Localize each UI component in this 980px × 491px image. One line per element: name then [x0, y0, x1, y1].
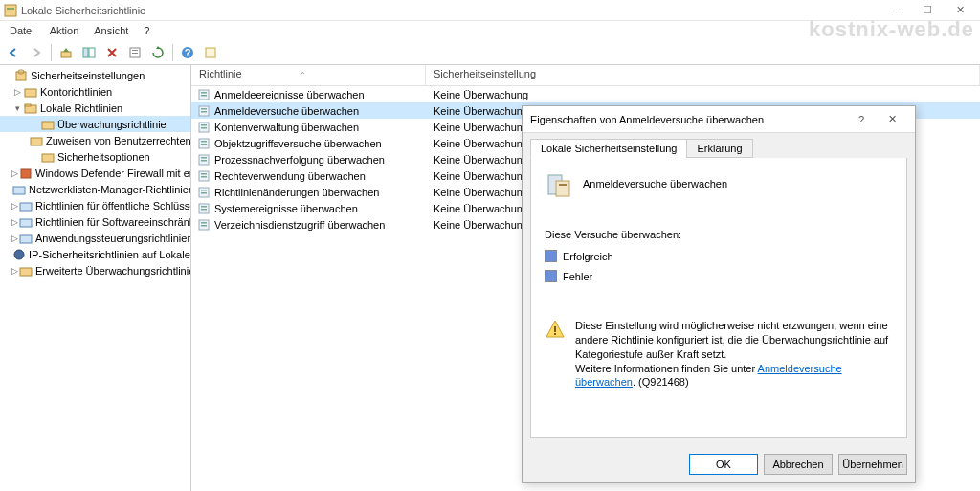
svg-rect-7: [132, 53, 138, 54]
help-button[interactable]: ?: [177, 42, 198, 63]
folder-icon: [30, 134, 43, 147]
expander-icon[interactable]: ▷: [11, 87, 23, 97]
expander-icon[interactable]: ▷: [11, 201, 18, 211]
forward-button[interactable]: [26, 42, 47, 63]
checkbox-success-row[interactable]: Erfolgreich: [545, 250, 893, 262]
tree-label: Richtlinien für Softwareeinschränkung: [35, 216, 191, 228]
export-button[interactable]: [200, 42, 221, 63]
svg-rect-19: [21, 169, 31, 178]
tree-label: Erweiterte Überwachungsrichtlinienko: [35, 265, 191, 277]
delete-button[interactable]: [101, 42, 122, 63]
tree-audit[interactable]: Überwachungsrichtlinie: [0, 116, 190, 132]
expander-icon[interactable]: ▷: [11, 168, 18, 178]
policy-icon: [197, 104, 211, 118]
folder-icon: [12, 183, 26, 196]
menu-action[interactable]: Aktion: [42, 23, 87, 38]
back-button[interactable]: [3, 42, 24, 63]
checkbox-icon[interactable]: [545, 250, 557, 262]
policy-large-icon: [545, 169, 573, 198]
maximize-button[interactable]: ☐: [911, 1, 944, 20]
tree-local[interactable]: ▾ Lokale Richtlinien: [0, 100, 190, 116]
tree-sidebar: Sicherheitseinstellungen ▷ Kontorichtlin…: [0, 65, 191, 491]
menu-help[interactable]: ?: [136, 23, 157, 38]
svg-rect-27: [201, 92, 207, 94]
menu-view[interactable]: Ansicht: [86, 23, 136, 38]
svg-rect-15: [25, 104, 31, 106]
svg-rect-48: [201, 206, 207, 208]
svg-rect-18: [42, 154, 54, 162]
refresh-button[interactable]: [147, 42, 168, 63]
policy-name: Anmeldeversuche überwachen: [214, 105, 426, 117]
policy-icon: [197, 218, 211, 232]
checkbox-success-label: Erfolgreich: [563, 251, 613, 262]
apply-button[interactable]: Übernehmen: [838, 454, 907, 475]
svg-point-24: [14, 250, 24, 259]
tree-ipsec[interactable]: IP-Sicherheitsrichtlinien auf Lokaler C: [0, 246, 190, 262]
tree-rights[interactable]: Zuweisen von Benutzerrechten: [0, 132, 190, 148]
tree-secopts[interactable]: Sicherheitsoptionen: [0, 148, 190, 165]
svg-rect-45: [201, 190, 207, 191]
dialog-tabs: Lokale Sicherheitseinstellung Erklärung: [523, 133, 915, 158]
tree-label: Windows Defender Firewall mit erweit: [35, 167, 191, 179]
properties-button[interactable]: [124, 42, 145, 63]
tree-pubkey[interactable]: ▷ Richtlinien für öffentliche Schlüssel: [0, 197, 190, 213]
tree-appctl[interactable]: ▷ Anwendungssteuerungsrichtlinien: [0, 230, 190, 246]
menu-file[interactable]: Datei: [2, 23, 42, 38]
policy-name: Rechteverwendung überwachen: [214, 170, 426, 182]
sort-indicator-icon: ⌃: [300, 71, 306, 79]
expander-icon[interactable]: ▷: [11, 266, 18, 276]
tree-label: Sicherheitsoptionen: [57, 151, 150, 163]
checkbox-icon[interactable]: [545, 270, 557, 282]
toolbar-separator: [51, 44, 52, 61]
ok-button[interactable]: OK: [689, 454, 758, 475]
tree-account[interactable]: ▷ Kontorichtlinien: [0, 83, 190, 100]
svg-rect-22: [20, 219, 32, 227]
svg-rect-36: [201, 141, 207, 143]
dialog-help-button[interactable]: ?: [846, 107, 877, 132]
checkbox-fail-row[interactable]: Fehler: [545, 270, 893, 282]
svg-rect-49: [201, 209, 207, 211]
column-policy[interactable]: Richtlinie⌃: [191, 65, 426, 85]
svg-rect-23: [20, 235, 32, 243]
dialog-title: Eigenschaften von Anmeldeversuche überwa…: [530, 114, 846, 125]
svg-rect-11: [16, 72, 26, 80]
column-setting[interactable]: Sicherheitseinstellung: [426, 65, 980, 85]
tree-software[interactable]: ▷ Richtlinien für Softwareeinschränkung: [0, 213, 190, 230]
policy-icon: [197, 202, 211, 215]
dialog-warning: Diese Einstellung wird möglicherweise ni…: [545, 319, 893, 390]
svg-rect-56: [554, 326, 556, 332]
tree-label: Netzwerklisten-Manager-Richtlinien: [29, 184, 191, 195]
policy-name: Prozessnachverfolgung überwachen: [214, 154, 426, 166]
firewall-icon: [19, 167, 33, 180]
folder-icon: [19, 232, 33, 245]
minimize-button[interactable]: ─: [879, 1, 911, 20]
close-button[interactable]: ✕: [944, 1, 976, 20]
policy-name: Systemereignisse überwachen: [214, 203, 426, 214]
dialog-close-button[interactable]: ✕: [877, 107, 907, 132]
svg-rect-3: [83, 48, 88, 57]
tab-explain[interactable]: Erklärung: [686, 139, 752, 158]
expander-icon[interactable]: ▷: [11, 217, 18, 227]
show-hide-button[interactable]: [78, 42, 100, 63]
folder-open-icon: [24, 101, 37, 115]
cancel-button[interactable]: Abbrechen: [764, 454, 833, 475]
tab-local-setting[interactable]: Lokale Sicherheitseinstellung: [530, 139, 687, 158]
dialog-buttons: OK Abbrechen Übernehmen: [523, 446, 915, 482]
svg-rect-55: [559, 184, 567, 186]
tree-firewall[interactable]: ▷ Windows Defender Firewall mit erweit: [0, 165, 190, 181]
policy-icon: [197, 121, 211, 134]
tree-netlist[interactable]: Netzwerklisten-Manager-Richtlinien: [0, 181, 190, 197]
ipsec-icon: [12, 248, 26, 261]
list-header: Richtlinie⌃ Sicherheitseinstellung: [191, 65, 980, 86]
tree-advaudit[interactable]: ▷ Erweiterte Überwachungsrichtlinienko: [0, 262, 190, 279]
policy-row[interactable]: Anmeldeereignisse überwachenKeine Überwa…: [191, 86, 980, 102]
toolbar: ?: [0, 40, 980, 65]
up-button[interactable]: [56, 42, 77, 63]
expander-icon[interactable]: ▾: [11, 103, 23, 113]
svg-rect-31: [201, 111, 207, 113]
tree-root[interactable]: Sicherheitseinstellungen: [0, 67, 190, 83]
svg-rect-37: [201, 144, 207, 145]
tree-label: Kontorichtlinien: [40, 86, 112, 98]
expander-icon[interactable]: ▷: [11, 234, 18, 243]
policy-icon: [197, 186, 211, 199]
